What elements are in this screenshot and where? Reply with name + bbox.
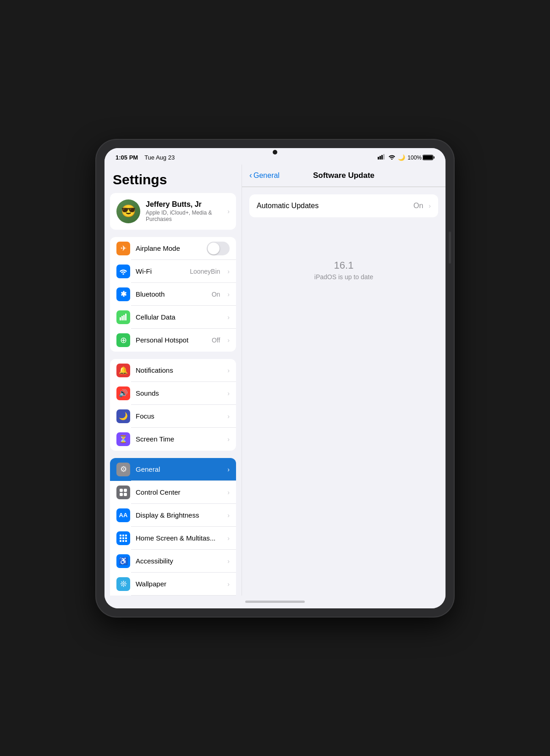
accessibility-label: Accessibility: [136, 557, 220, 565]
airplane-mode-toggle[interactable]: [207, 242, 230, 255]
svg-rect-13: [124, 493, 127, 496]
sidebar-item-general[interactable]: ⚙ General ›: [110, 458, 236, 481]
wifi-arrow: ›: [227, 268, 230, 275]
control-center-icon: [116, 486, 130, 499]
svg-rect-3: [383, 154, 385, 160]
screen-time-arrow: ›: [227, 436, 230, 443]
notifications-arrow: ›: [227, 367, 230, 374]
sidebar-item-cellular[interactable]: Cellular Data ›: [110, 306, 236, 329]
wallpaper-icon: ❊: [116, 577, 130, 591]
sidebar-item-wallpaper[interactable]: ❊ Wallpaper ›: [110, 573, 236, 596]
sidebar-item-hotspot[interactable]: ⊕ Personal Hotspot Off ›: [110, 329, 236, 352]
hotspot-label: Personal Hotspot: [136, 336, 206, 344]
display-arrow: ›: [227, 512, 230, 519]
wifi-value: LooneyBin: [190, 268, 220, 275]
cellular-icon: [116, 310, 130, 324]
home-screen-icon: [116, 531, 130, 545]
svg-rect-0: [378, 157, 379, 160]
svg-rect-15: [122, 535, 124, 536]
user-card-arrow: ›: [227, 208, 230, 215]
user-subtitle: Apple ID, iCloud+, Media & Purchases: [146, 210, 220, 222]
accessibility-arrow: ›: [227, 557, 230, 565]
side-button: [449, 232, 451, 264]
focus-icon: 🌙: [116, 409, 130, 423]
sidebar-item-bluetooth[interactable]: ✱ Bluetooth On ›: [110, 283, 236, 306]
svg-rect-21: [122, 540, 124, 542]
sidebar-item-sounds[interactable]: 🔊 Sounds ›: [110, 382, 236, 405]
control-center-arrow: ›: [227, 489, 230, 496]
sounds-icon: 🔊: [116, 386, 130, 400]
sidebar: Settings 😎 Jeffery Butts, Jr Apple ID, i…: [104, 165, 242, 596]
screen-time-icon: ⏳: [116, 432, 130, 446]
svg-rect-2: [381, 155, 383, 160]
wifi-icon: [388, 154, 396, 161]
focus-arrow: ›: [227, 413, 230, 420]
back-button[interactable]: ‹ General: [249, 171, 280, 180]
sidebar-item-screen-time[interactable]: ⏳ Screen Time ›: [110, 428, 236, 451]
user-info: Jeffery Butts, Jr Apple ID, iCloud+, Med…: [146, 200, 220, 222]
sidebar-item-notifications[interactable]: 🔔 Notifications ›: [110, 359, 236, 382]
svg-rect-18: [122, 537, 124, 539]
wallpaper-arrow: ›: [227, 580, 230, 588]
screen-time-label: Screen Time: [136, 435, 220, 443]
svg-rect-20: [120, 540, 121, 542]
svg-rect-17: [120, 537, 121, 539]
home-indicator: [104, 596, 446, 608]
status-date: Tue Aug 23: [144, 154, 175, 161]
wallpaper-label: Wallpaper: [136, 580, 220, 588]
general-label: General: [136, 465, 222, 473]
notifications-icon: 🔔: [116, 364, 130, 377]
automatic-updates-row[interactable]: Automatic Updates On ›: [249, 194, 438, 217]
sidebar-item-display[interactable]: AA Display & Brightness ›: [110, 504, 236, 527]
sidebar-item-focus[interactable]: 🌙 Focus ›: [110, 405, 236, 428]
svg-rect-10: [120, 489, 123, 492]
svg-rect-1: [380, 156, 381, 160]
sidebar-item-airplane-mode[interactable]: ✈ Airplane Mode: [110, 237, 236, 260]
svg-rect-6: [120, 317, 121, 320]
cellular-label: Cellular Data: [136, 313, 220, 321]
hotspot-arrow: ›: [227, 337, 230, 344]
hotspot-value: Off: [212, 337, 220, 344]
user-name: Jeffery Butts, Jr: [146, 200, 220, 209]
control-center-label: Control Center: [136, 488, 220, 496]
display-label: Display & Brightness: [136, 511, 220, 519]
moon-icon: 🌙: [398, 154, 405, 161]
wifi-label: Wi-Fi: [136, 267, 184, 275]
page-title: Software Update: [313, 171, 374, 180]
airplane-mode-icon: ✈: [116, 242, 130, 255]
home-bar[interactable]: [245, 601, 305, 603]
sidebar-item-control-center[interactable]: Control Center ›: [110, 481, 236, 504]
device-screen: 1:05 PM Tue Aug 23 🌙 100%: [104, 148, 446, 608]
bluetooth-label: Bluetooth: [136, 290, 206, 298]
settings-group-general: ⚙ General › Control Center ›: [110, 458, 236, 596]
svg-rect-14: [120, 535, 121, 536]
version-info: 16.1 iPadOS is up to date: [242, 232, 446, 308]
settings-group-connectivity: ✈ Airplane Mode Wi-Fi LooneyBin ›: [110, 237, 236, 352]
accessibility-icon: ♿: [116, 554, 130, 568]
general-icon: ⚙: [116, 463, 130, 476]
wifi-settings-icon: [116, 265, 130, 278]
settings-title: Settings: [104, 165, 242, 193]
user-profile-card[interactable]: 😎 Jeffery Butts, Jr Apple ID, iCloud+, M…: [110, 193, 236, 230]
sidebar-item-accessibility[interactable]: ♿ Accessibility ›: [110, 550, 236, 573]
home-screen-label: Home Screen & Multitas...: [136, 534, 220, 542]
sounds-arrow: ›: [227, 390, 230, 397]
sounds-label: Sounds: [136, 389, 220, 397]
sidebar-item-wifi[interactable]: Wi-Fi LooneyBin ›: [110, 260, 236, 283]
sidebar-item-home-screen[interactable]: Home Screen & Multitas... ›: [110, 527, 236, 550]
bluetooth-value: On: [212, 291, 220, 298]
bluetooth-arrow: ›: [227, 291, 230, 298]
automatic-updates-label: Automatic Updates: [257, 202, 409, 210]
cellular-arrow: ›: [227, 314, 230, 321]
battery-status: 100%: [407, 155, 434, 161]
svg-rect-11: [124, 489, 127, 492]
content-area: Automatic Updates On ›: [242, 187, 446, 232]
automatic-updates-value: On: [413, 202, 423, 210]
avatar: 😎: [116, 199, 140, 223]
signal-icon: [378, 154, 386, 161]
main-content: Settings 😎 Jeffery Butts, Jr Apple ID, i…: [104, 165, 446, 596]
bluetooth-icon: ✱: [116, 287, 130, 301]
automatic-updates-arrow: ›: [429, 202, 431, 210]
notifications-label: Notifications: [136, 366, 220, 374]
airplane-mode-label: Airplane Mode: [136, 244, 201, 252]
